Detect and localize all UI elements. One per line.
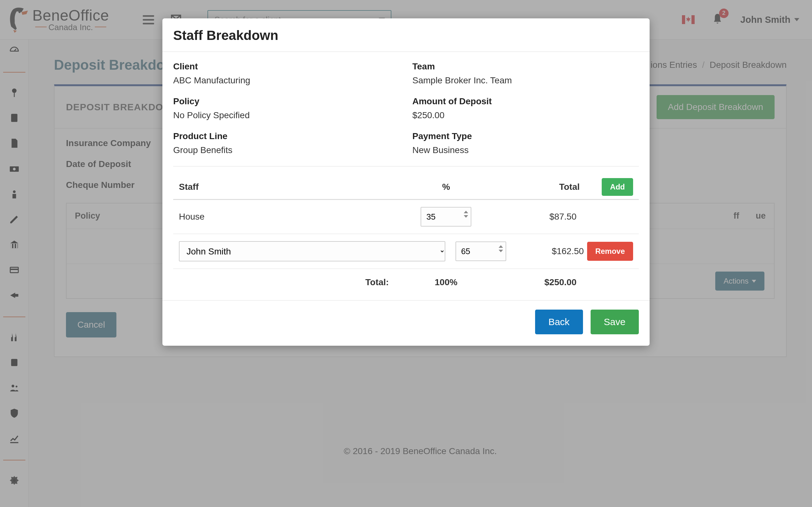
amount-label: Amount of Deposit <box>412 96 639 107</box>
row-total: $87.50 <box>491 212 580 222</box>
product-value: Group Benefits <box>173 145 400 155</box>
col-staff: Staff <box>179 182 402 192</box>
divider <box>173 166 639 167</box>
policy-label: Policy <box>173 96 400 107</box>
back-button[interactable]: Back <box>535 309 583 334</box>
modal-title: Staff Breakdown <box>173 28 639 43</box>
total-amount: $250.00 <box>491 277 580 287</box>
client-value: ABC Manufacturing <box>173 75 400 86</box>
staff-total-row: Total: 100% $250.00 <box>173 269 639 297</box>
col-total: Total <box>491 182 580 192</box>
payment-label: Payment Type <box>412 131 639 141</box>
staff-name: House <box>179 212 402 222</box>
client-label: Client <box>173 61 400 72</box>
team-value: Sample Broker Inc. Team <box>412 75 639 86</box>
staff-breakdown-modal: Staff Breakdown Client ABC Manufacturing… <box>162 18 650 346</box>
team-label: Team <box>412 61 639 72</box>
staff-row: House $87.50 <box>173 200 639 234</box>
save-button[interactable]: Save <box>591 309 639 334</box>
total-label: Total: <box>179 277 402 287</box>
col-percent: % <box>402 182 491 192</box>
add-staff-button[interactable]: Add <box>602 178 633 196</box>
staff-select[interactable]: John Smith <box>179 241 445 262</box>
payment-value: New Business <box>412 145 639 155</box>
remove-staff-button[interactable]: Remove <box>587 242 633 261</box>
product-label: Product Line <box>173 131 400 141</box>
number-stepper[interactable] <box>499 245 503 252</box>
policy-value: No Policy Specified <box>173 110 400 120</box>
staff-table-header: Staff % Total Add <box>173 175 639 200</box>
amount-value: $250.00 <box>412 110 639 120</box>
staff-row: John Smith $162.50 Remove <box>173 234 639 269</box>
row-total: $162.50 <box>516 246 587 257</box>
number-stepper[interactable] <box>464 211 468 218</box>
total-percent: 100% <box>402 277 491 287</box>
